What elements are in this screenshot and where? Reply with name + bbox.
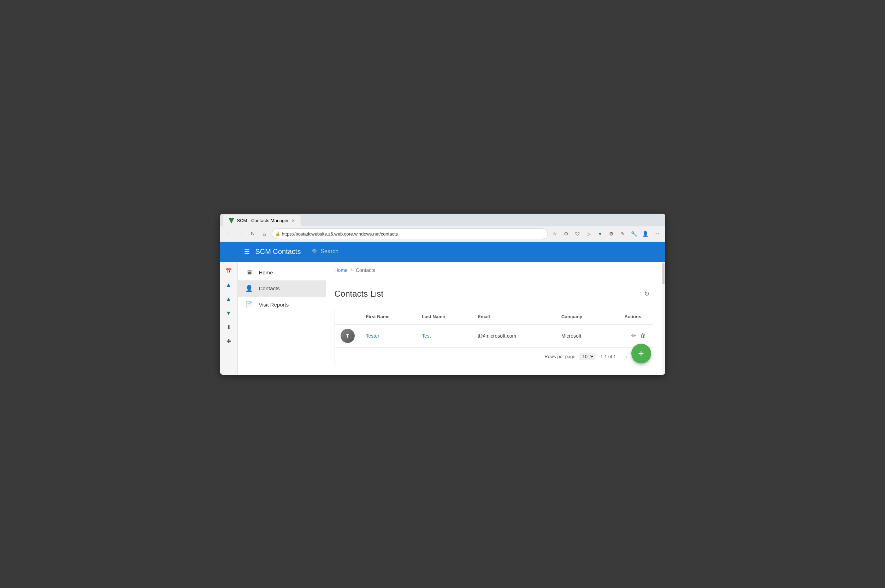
search-wrap: 🔍 [311,246,494,258]
browser-ext-5[interactable]: ⚙ [607,229,616,239]
active-tab[interactable]: SCM - Contacts Manager ✕ [223,215,301,226]
app-wrapper: ☰ SCM Contacts 🔍 📅 ▲ ▲ ▼ ⬇ ✚ 🖥 [220,242,665,375]
refresh-button[interactable]: ↻ [640,288,653,300]
sidebar-item-home[interactable]: 🖥 Home [238,264,326,280]
rail-icon-green[interactable]: ▼ [222,307,235,320]
search-input[interactable] [311,246,494,258]
breadcrumb-home-link[interactable]: Home [335,267,348,273]
browser-ext-7[interactable]: 🔧 [629,229,639,239]
contact-company-cell: Microsoft [556,324,619,347]
table-row: T Tester Test tt@microsoft.com [335,324,653,347]
app-header: ☰ SCM Contacts 🔍 [220,242,665,262]
rows-per-page-select[interactable]: 10 25 50 [579,353,595,360]
reload-button[interactable]: ↻ [248,229,258,239]
browser-ext-4[interactable]: ▼ [595,229,605,239]
contacts-icon: 👤 [245,285,253,292]
col-header-avatar [335,309,361,324]
address-bar-wrap: 🔒 [272,228,548,239]
rail-icon-calendar[interactable]: 📅 [222,264,235,277]
sidebar-item-contacts[interactable]: 👤 Contacts [238,280,326,297]
browser-ext-3[interactable]: ▷ [584,229,594,239]
table-footer: Rows per page: 10 25 50 1-1 of 1 ‹ › [335,347,653,366]
left-rail: 📅 ▲ ▲ ▼ ⬇ ✚ [220,262,238,375]
contacts-table: First Name Last Name Email Company Actio… [335,309,653,347]
rail-icon-triangle2[interactable]: ▲ [222,293,235,306]
sidebar-item-visit-reports-label: Visit Reports [259,302,289,308]
sidebar: 🖥 Home 👤 Contacts 📄 Visit Reports [238,262,326,375]
forward-button[interactable]: → [236,229,245,239]
browser-profile[interactable]: 👤 [640,229,651,239]
menu-toggle-button[interactable]: ☰ [243,246,251,257]
browser-toolbar: ← → ↻ ⌂ 🔒 ☆ ⚙ 🛡 ▷ ▼ ⚙ ✎ 🔧 👤 ⋯ [220,226,665,242]
tab-title: SCM - Contacts Manager [237,218,289,223]
sidebar-item-visit-reports[interactable]: 📄 Visit Reports [238,297,326,313]
contacts-table-container: First Name Last Name Email Company Actio… [335,309,653,366]
contact-firstname-cell: Tester [361,324,416,347]
contact-avatar-cell: T [335,324,361,347]
rows-per-page: Rows per page: 10 25 50 [544,353,595,360]
contact-actions-cell: ✏ 🗑 [619,324,652,347]
page-info: 1-1 of 1 [600,354,616,359]
rail-icon-triangle1[interactable]: ▲ [222,279,235,291]
rows-per-page-label: Rows per page: [544,354,577,359]
search-icon: 🔍 [312,248,319,255]
back-button[interactable]: ← [224,229,233,239]
toolbar-icons: ☆ ⚙ 🛡 ▷ ▼ ⚙ ✎ 🔧 👤 ⋯ [550,229,662,239]
contact-lastname-link[interactable]: Test [422,333,431,339]
app-title: SCM Contacts [255,248,301,256]
sidebar-item-contacts-label: Contacts [259,285,280,291]
col-header-actions: Actions [619,309,652,324]
scrollbar-thumb[interactable] [663,263,664,284]
contact-email-cell: tt@microsoft.com [472,324,556,347]
page-title: Contacts List [335,289,384,299]
browser-ext-1[interactable]: ⚙ [561,229,571,239]
table-header-row: First Name Last Name Email Company Actio… [335,309,653,324]
page-title-row: Contacts List ↻ [335,288,653,300]
tab-close-icon[interactable]: ✕ [291,218,295,223]
inner-layout: 📅 ▲ ▲ ▼ ⬇ ✚ 🖥 Home 👤 Contacts 📄 [220,262,665,375]
favorites-icon[interactable]: ☆ [550,229,560,239]
add-contact-fab[interactable]: + [631,344,651,363]
tab-favicon-icon [228,218,234,224]
content-body: Contacts List ↻ First Name Last Name [326,279,662,375]
lock-icon: 🔒 [275,231,281,236]
breadcrumb-separator: > [350,268,353,273]
address-input[interactable] [272,228,548,239]
visit-reports-icon: 📄 [245,301,253,309]
breadcrumb-current: Contacts [356,267,375,273]
browser-ext-2[interactable]: 🛡 [573,229,583,239]
delete-button[interactable]: 🗑 [639,331,647,340]
col-header-firstname: First Name [361,309,416,324]
contact-lastname-cell: Test [416,324,472,347]
browser-ext-6[interactable]: ✎ [618,229,628,239]
breadcrumb: Home > Contacts [326,262,662,279]
rail-icon-download[interactable]: ⬇ [222,321,235,334]
contact-firstname-link[interactable]: Tester [366,333,379,339]
home-button[interactable]: ⌂ [260,229,270,239]
scrollbar[interactable] [662,262,665,375]
browser-menu[interactable]: ⋯ [652,229,662,239]
home-icon: 🖥 [245,269,253,276]
prev-page-button[interactable]: ‹ [622,352,632,362]
tab-bar: SCM - Contacts Manager ✕ [220,214,665,226]
rail-icon-add[interactable]: ✚ [222,335,235,348]
hamburger-icon: ☰ [244,248,250,256]
col-header-lastname: Last Name [416,309,472,324]
avatar: T [341,329,355,343]
main-content: Home > Contacts Contacts List ↻ [326,262,662,375]
browser-window: SCM - Contacts Manager ✕ ← → ↻ ⌂ 🔒 ☆ ⚙ 🛡… [220,214,665,375]
edit-button[interactable]: ✏ [630,331,637,340]
sidebar-item-home-label: Home [259,270,273,276]
col-header-email: Email [472,309,556,324]
col-header-company: Company [556,309,619,324]
